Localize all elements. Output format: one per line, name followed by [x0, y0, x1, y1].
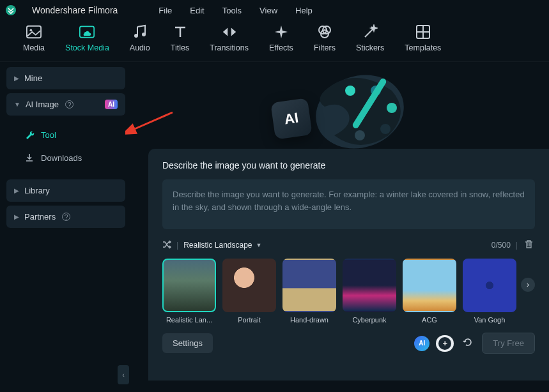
svg-point-5 [134, 34, 138, 38]
sidebar-collapse-button[interactable]: ‹ [118, 365, 129, 384]
style-vangogh-thumb [463, 259, 516, 312]
style-realistic[interactable]: Realistic Lan... [162, 259, 216, 324]
style-handdrawn-thumb [282, 259, 336, 312]
app-logo-icon [5, 4, 17, 16]
help-icon[interactable]: ? [65, 100, 73, 109]
shuffle-icon[interactable] [162, 240, 171, 251]
style-acg-thumb [403, 259, 456, 312]
style-vangogh-label: Van Gogh [463, 316, 516, 324]
sidebar-ai-image[interactable]: ▼ AI Image ? AI [6, 93, 125, 116]
divider: | [516, 241, 518, 250]
style-handdrawn[interactable]: Hand-drawn [282, 259, 336, 324]
thumbs-next-button[interactable]: › [521, 278, 535, 292]
trash-icon[interactable] [523, 238, 535, 252]
try-free-button[interactable]: Try Free [482, 333, 535, 354]
style-portrait[interactable]: Portrait [222, 259, 276, 324]
tab-transitions-label: Transitions [210, 43, 249, 52]
svg-point-14 [387, 103, 397, 113]
music-note-icon [132, 24, 148, 40]
ai-hero-text: AI [283, 110, 299, 128]
download-icon [24, 153, 35, 163]
menu-help[interactable]: Help [295, 6, 313, 15]
sidebar-partners-label: Partners [24, 212, 56, 222]
chevron-down-icon: ▼ [14, 101, 20, 108]
tab-media[interactable]: Media [23, 24, 45, 52]
tab-media-label: Media [23, 43, 45, 52]
text-icon [173, 24, 188, 40]
settings-button[interactable]: Settings [162, 333, 213, 353]
tab-filters-label: Filters [314, 43, 336, 52]
hero-graphic: AI [132, 62, 549, 151]
style-cyberpunk-label: Cyberpunk [343, 316, 396, 324]
style-realistic-thumb [162, 259, 216, 312]
svg-point-6 [142, 33, 146, 36]
style-dropdown-label: Realistic Landscape [183, 241, 252, 250]
tab-audio-label: Audio [130, 43, 150, 52]
sidebar: ▶ Mine ▼ AI Image ? AI Tool Downloads ▶ … [0, 62, 132, 381]
wrench-icon [24, 130, 35, 140]
titlebar: Wondershare Filmora File Edit Tools View… [0, 0, 549, 20]
menu-bar: File Edit Tools View Help [159, 6, 312, 15]
tab-stickers[interactable]: Stickers [356, 24, 384, 52]
media-icon [26, 24, 42, 40]
sidebar-downloads-label: Downloads [41, 153, 82, 163]
sidebar-tool[interactable]: Tool [6, 123, 125, 146]
style-realistic-label: Realistic Lan... [162, 316, 216, 324]
panel-footer: Settings AI + Try Free [162, 333, 535, 354]
tab-templates[interactable]: Templates [405, 24, 441, 52]
tab-titles[interactable]: Titles [171, 24, 189, 52]
tab-audio[interactable]: Audio [130, 24, 150, 52]
ai-hero-tile: AI [270, 98, 313, 140]
sidebar-ai-image-children: Tool Downloads [6, 119, 125, 179]
sidebar-downloads[interactable]: Downloads [6, 146, 125, 169]
help-icon[interactable]: ? [62, 213, 70, 221]
style-thumbnails: Realistic Lan... Portrait Hand-drawn Cyb… [162, 259, 535, 324]
tab-filters[interactable]: Filters [314, 24, 336, 52]
style-dropdown[interactable]: Realistic Landscape ▼ [183, 241, 261, 250]
style-cyberpunk[interactable]: Cyberpunk [343, 259, 396, 324]
prompt-input[interactable]: Describe the image you want to generate.… [162, 179, 535, 229]
tab-effects[interactable]: Effects [269, 24, 293, 52]
style-portrait-label: Portrait [222, 316, 276, 324]
chevron-right-icon: ▶ [14, 213, 19, 220]
tab-stock-media[interactable]: Stock Media [65, 24, 109, 52]
style-controls: | Realistic Landscape ▼ 0/500 | [162, 238, 535, 252]
sidebar-partners[interactable]: ▶ Partners ? [6, 206, 125, 228]
tab-templates-label: Templates [405, 43, 441, 52]
menu-tools[interactable]: Tools [222, 6, 242, 15]
style-cyberpunk-thumb [343, 259, 396, 312]
chevron-right-icon: ▶ [14, 75, 19, 82]
wand-icon [362, 24, 378, 40]
svg-point-15 [380, 124, 390, 134]
char-counter: 0/500 [491, 241, 511, 250]
style-portrait-thumb [222, 259, 276, 312]
ai-badge: AI [105, 100, 118, 109]
svg-point-3 [30, 29, 33, 31]
tab-transitions[interactable]: Transitions [210, 24, 249, 52]
tab-titles-label: Titles [171, 43, 189, 52]
sidebar-mine-label: Mine [24, 73, 42, 83]
cloud-image-icon [79, 24, 95, 40]
sidebar-library[interactable]: ▶ Library [6, 179, 125, 202]
style-vangogh[interactable]: Van Gogh [463, 259, 516, 324]
tab-stickers-label: Stickers [356, 43, 384, 52]
transitions-icon [222, 24, 237, 40]
menu-edit[interactable]: Edit [190, 6, 204, 15]
sidebar-library-label: Library [24, 186, 50, 195]
ai-credits-icon[interactable]: AI [414, 336, 429, 351]
style-acg[interactable]: ACG [403, 259, 456, 324]
menu-view[interactable]: View [259, 6, 277, 15]
menu-file[interactable]: File [159, 6, 172, 15]
refresh-icon[interactable] [460, 335, 476, 352]
app-title: Wondershare Filmora [32, 5, 118, 15]
divider: | [176, 241, 178, 250]
sidebar-tool-label: Tool [41, 130, 56, 140]
tab-stock-media-label: Stock Media [65, 43, 109, 52]
plus-icon: + [438, 337, 451, 350]
style-acg-label: ACG [403, 316, 456, 324]
content-area: AI Describe the image you want to genera… [132, 62, 549, 381]
add-credits-button[interactable]: + [436, 335, 454, 352]
filters-icon [317, 24, 332, 40]
category-toolbar: Media Stock Media Audio Titles Transitio… [0, 20, 549, 62]
sidebar-mine[interactable]: ▶ Mine [6, 67, 125, 89]
